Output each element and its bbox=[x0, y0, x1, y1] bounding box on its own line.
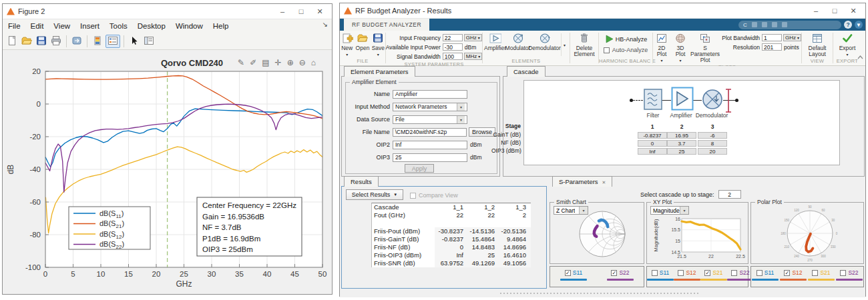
menu-desktop[interactable]: Desktop bbox=[138, 22, 166, 30]
maximize-button[interactable]: □ bbox=[292, 5, 310, 18]
print-icon[interactable] bbox=[49, 35, 63, 47]
system-parameter-input[interactable]: -30 bbox=[443, 43, 463, 51]
cascade-block-filter[interactable] bbox=[643, 88, 663, 113]
tab-cascade[interactable]: Cascade bbox=[507, 66, 546, 77]
paste-icon[interactable] bbox=[772, 22, 777, 27]
app-titlebar[interactable]: RF Budget Analyzer - Results –□✕ bbox=[340, 3, 865, 19]
menu-help[interactable]: Help bbox=[213, 22, 229, 30]
plot-button-3[interactable]: S Parameters Plot bbox=[690, 32, 720, 63]
plot-button-2[interactable]: 3D Plot▾ bbox=[672, 32, 689, 64]
check-s12[interactable]: S12 bbox=[674, 269, 700, 281]
delete-element-button[interactable]: Delete Element bbox=[570, 32, 598, 57]
select-results-button[interactable]: Select Results▼ bbox=[346, 189, 403, 200]
modulator-button[interactable]: Modulator bbox=[507, 32, 529, 51]
maximize-button[interactable]: □ bbox=[825, 4, 844, 17]
apply-button[interactable]: Apply bbox=[405, 164, 434, 173]
check-s12[interactable]: ✓S12 bbox=[780, 269, 807, 281]
tab-s-parameters[interactable]: S-Parameters✕ bbox=[552, 176, 612, 187]
ribbon-options-icon[interactable]: ▾ bbox=[855, 21, 863, 29]
demodulator-button[interactable]: Demodulator bbox=[530, 32, 560, 51]
polar-plot[interactable]: 0306090120150180210240270300330 bbox=[751, 203, 865, 263]
results-table[interactable]: Cascade1_11_21_3Fout (GHz)22222Friis-Pou… bbox=[371, 203, 531, 267]
menu-tools[interactable]: Tools bbox=[110, 22, 128, 30]
name-input[interactable]: Amplifier bbox=[393, 90, 467, 99]
tab-element-parameters[interactable]: Element Parameters bbox=[344, 66, 415, 77]
check-s21[interactable]: S21 bbox=[808, 269, 835, 281]
brush-icon[interactable]: ✐ bbox=[250, 58, 256, 67]
default-layout-button[interactable]: Default Layout bbox=[803, 32, 832, 57]
menu-insert[interactable]: Insert bbox=[80, 22, 99, 30]
file-name-input[interactable]: \CMD240withNF.s2p bbox=[393, 128, 467, 137]
export-button[interactable]: Export▾ bbox=[837, 32, 858, 58]
check-s21[interactable]: ✓S21 bbox=[700, 269, 727, 281]
system-parameter-unit-dropdown[interactable]: MHz▾ bbox=[464, 53, 482, 60]
figure-axes[interactable]: 05101520253035404550-100-80-60-40-20020G… bbox=[3, 50, 332, 294]
pan-icon[interactable]: ✛ bbox=[275, 58, 282, 67]
arrow-cursor-icon[interactable] bbox=[128, 35, 141, 47]
plot-parameter-input[interactable]: 1 bbox=[762, 34, 782, 41]
plot-browser-icon[interactable] bbox=[142, 35, 156, 47]
check-s22[interactable]: S22 bbox=[727, 269, 754, 281]
check-s11[interactable]: S11 bbox=[752, 269, 779, 281]
ribbon-tab-rf-budget-analyzer[interactable]: RF BUDGET ANALYZER bbox=[344, 19, 429, 31]
open-button[interactable]: Open bbox=[355, 32, 369, 51]
legend-toggle-icon[interactable] bbox=[105, 35, 120, 48]
print-icon[interactable] bbox=[782, 22, 787, 27]
cascade-block-demodulator[interactable] bbox=[702, 88, 724, 113]
cascade-block-amplifier[interactable] bbox=[671, 87, 694, 113]
minimize-button[interactable]: – bbox=[807, 4, 825, 17]
cut-icon[interactable] bbox=[752, 22, 757, 27]
zoom-out-icon[interactable]: ⊖ bbox=[299, 58, 306, 67]
close-tab-icon[interactable]: ✕ bbox=[602, 180, 606, 185]
dock-figure-icon[interactable]: ↘ bbox=[322, 21, 328, 28]
colorbar-icon[interactable] bbox=[91, 35, 104, 47]
minimize-button[interactable]: – bbox=[273, 5, 292, 18]
oip2-input[interactable]: Inf bbox=[393, 141, 467, 149]
plot-parameter-unit-dropdown[interactable]: GHz▾ bbox=[783, 34, 801, 41]
close-button[interactable]: ✕ bbox=[310, 5, 329, 18]
zoom-in-icon[interactable]: ⊕ bbox=[287, 58, 294, 67]
datatips-icon[interactable]: ▤ bbox=[262, 58, 269, 67]
system-parameter-input[interactable]: 100 bbox=[443, 53, 463, 60]
amplifier-button[interactable]: Amplifier bbox=[485, 32, 506, 51]
new-button[interactable]: New▾ bbox=[340, 32, 354, 58]
menu-window[interactable]: Window bbox=[176, 22, 203, 30]
home-icon[interactable]: ⌂ bbox=[311, 58, 316, 67]
cascade-canvas[interactable]: FilterAmplifierDemodulator1-0.82370Inf21… bbox=[523, 80, 840, 165]
splitter-handle[interactable] bbox=[500, 293, 700, 294]
system-parameter-unit-dropdown[interactable]: GHz▾ bbox=[464, 34, 482, 41]
results-cell: -30.8237 bbox=[435, 227, 466, 235]
new-document-icon[interactable] bbox=[5, 35, 19, 47]
hb-analyze-button[interactable]: HB-Analyze bbox=[604, 34, 648, 45]
input-method-input[interactable]: Network Parameters▾ bbox=[393, 103, 467, 111]
close-button[interactable]: ✕ bbox=[844, 4, 863, 17]
system-parameter-input[interactable]: 22 bbox=[443, 34, 463, 41]
help-icon[interactable]: ? bbox=[844, 21, 852, 29]
stage-input[interactable]: 2 bbox=[718, 190, 741, 199]
compare-view-checkbox[interactable]: Compare View bbox=[410, 192, 458, 199]
check-s22[interactable]: ✓S22 bbox=[607, 269, 634, 281]
plot-parameter-input[interactable]: 201 bbox=[762, 43, 782, 51]
plot-button-1[interactable]: 2D Plot▾ bbox=[653, 32, 670, 64]
copy-icon[interactable] bbox=[762, 22, 767, 27]
menu-file[interactable]: File bbox=[8, 22, 21, 30]
xy-quantity-dropdown[interactable]: Magnitude▾ bbox=[650, 206, 689, 215]
check-s22[interactable]: S22 bbox=[836, 269, 863, 281]
edit-plot-icon[interactable]: ✎ bbox=[238, 58, 244, 67]
menu-edit[interactable]: Edit bbox=[31, 22, 44, 30]
auto-analyze-checkbox[interactable]: Auto-Analyze bbox=[604, 45, 648, 55]
collapse-toolstrip-icon[interactable] bbox=[857, 51, 863, 63]
smith-type-dropdown[interactable]: Z Chart▾ bbox=[554, 206, 588, 215]
link-figure-icon[interactable] bbox=[70, 35, 83, 47]
oip3-input[interactable]: 25 bbox=[393, 153, 467, 162]
check-s11[interactable]: ✓S11 bbox=[560, 269, 587, 281]
check-s11[interactable]: S11 bbox=[647, 269, 674, 281]
menu-view[interactable]: View bbox=[53, 22, 70, 30]
open-folder-icon[interactable] bbox=[20, 35, 33, 47]
save-button[interactable]: Save▾ bbox=[371, 32, 385, 58]
figure-titlebar[interactable]: Figure 2 –□✕ bbox=[3, 4, 332, 19]
tab-results[interactable]: Results bbox=[344, 176, 379, 187]
save-icon[interactable] bbox=[35, 35, 48, 47]
data-source-input[interactable]: File▾ bbox=[393, 115, 467, 124]
more-elements-dropdown[interactable]: ▾ bbox=[561, 33, 568, 56]
